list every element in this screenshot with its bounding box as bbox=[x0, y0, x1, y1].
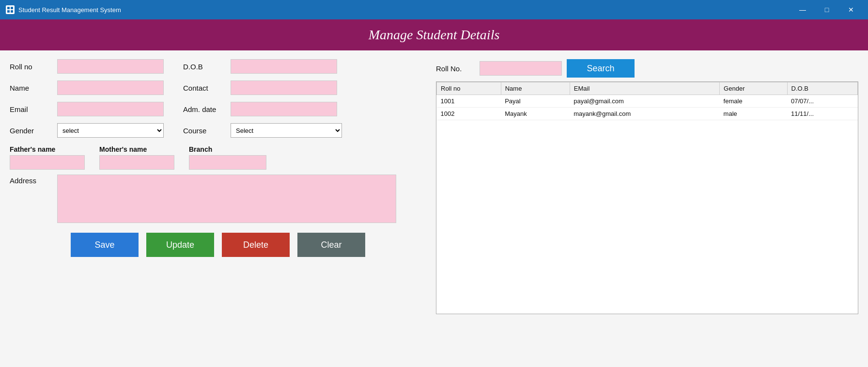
course-label: Course bbox=[183, 127, 227, 135]
title-bar: Student Result Management System — □ ✕ bbox=[0, 0, 868, 19]
svg-rect-0 bbox=[7, 7, 10, 9]
col-email: EMail bbox=[570, 82, 719, 95]
name-row: Name bbox=[10, 80, 164, 95]
svg-rect-2 bbox=[7, 10, 10, 13]
mothers-name-input[interactable] bbox=[99, 155, 174, 170]
email-label: Email bbox=[10, 105, 53, 113]
page-title: Manage Student Details bbox=[369, 27, 500, 42]
title-bar-controls: — □ ✕ bbox=[791, 2, 862, 17]
close-button[interactable]: ✕ bbox=[840, 2, 862, 17]
branch-input[interactable] bbox=[189, 155, 266, 170]
col-name: Name bbox=[501, 82, 570, 95]
clear-button[interactable]: Clear bbox=[297, 233, 365, 257]
student-table: Roll no Name EMail Gender D.O.B 1001Paya… bbox=[436, 82, 858, 120]
email-input[interactable] bbox=[57, 102, 164, 116]
table-row[interactable]: 1002Mayankmayank@gmail.commale11/11/... bbox=[437, 108, 858, 120]
delete-button[interactable]: Delete bbox=[222, 233, 290, 257]
svg-rect-3 bbox=[11, 10, 13, 13]
dob-input[interactable] bbox=[231, 59, 337, 74]
title-bar-left: Student Result Management System bbox=[6, 5, 121, 14]
adm-date-label: Adm. date bbox=[183, 105, 227, 113]
rollno-row: Roll no bbox=[10, 59, 164, 74]
col-rollno: Roll no bbox=[437, 82, 501, 95]
col-gender: Gender bbox=[720, 82, 787, 95]
maximize-button[interactable]: □ bbox=[816, 2, 838, 17]
fathers-name-field: Father's name bbox=[10, 145, 85, 170]
address-label: Address bbox=[10, 175, 53, 185]
button-row: Save Update Delete Clear bbox=[10, 233, 426, 262]
adm-date-input[interactable] bbox=[231, 102, 337, 116]
rollno-input[interactable] bbox=[57, 59, 164, 74]
form-area: Roll no D.O.B Name Contact bbox=[0, 50, 868, 319]
rollno-label: Roll no bbox=[10, 63, 53, 71]
search-input[interactable] bbox=[480, 61, 562, 76]
dob-row: D.O.B bbox=[183, 59, 337, 74]
fathers-name-input[interactable] bbox=[10, 155, 85, 170]
minimize-button[interactable]: — bbox=[791, 2, 814, 17]
adm-date-row: Adm. date bbox=[183, 102, 337, 116]
app-title: Student Result Management System bbox=[18, 6, 121, 14]
svg-rect-1 bbox=[11, 7, 13, 9]
update-button[interactable]: Update bbox=[146, 233, 214, 257]
dob-label: D.O.B bbox=[183, 63, 227, 71]
contact-row: Contact bbox=[183, 80, 337, 95]
search-label: Roll No. bbox=[436, 64, 475, 73]
branch-label: Branch bbox=[189, 145, 266, 153]
table-row[interactable]: 1001Payalpayal@gmail.comfemale07/07/... bbox=[437, 95, 858, 108]
course-select[interactable]: Select B.Tech M.Tech BCA MCA B.Sc M.Sc bbox=[231, 123, 342, 138]
col-dob: D.O.B bbox=[787, 82, 857, 95]
mothers-name-label: Mother's name bbox=[99, 145, 174, 153]
email-row: Email bbox=[10, 102, 164, 116]
search-button[interactable]: Search bbox=[567, 59, 635, 78]
course-row: Course Select B.Tech M.Tech BCA MCA B.Sc… bbox=[183, 123, 342, 138]
address-row: Address bbox=[10, 175, 426, 223]
fathers-name-label: Father's name bbox=[10, 145, 85, 153]
app-icon bbox=[6, 5, 15, 14]
gender-label: Gender bbox=[10, 127, 53, 135]
mothers-name-field: Mother's name bbox=[99, 145, 174, 170]
form-left: Roll no D.O.B Name Contact bbox=[10, 59, 426, 314]
address-input[interactable] bbox=[57, 175, 396, 223]
contact-input[interactable] bbox=[231, 80, 337, 95]
name-input[interactable] bbox=[57, 80, 164, 95]
search-row: Roll No. Search bbox=[436, 59, 858, 78]
main-content: Manage Student Details Roll no D.O.B Nam… bbox=[0, 19, 868, 367]
gender-row: Gender select male female other bbox=[10, 123, 164, 138]
name-label: Name bbox=[10, 84, 53, 92]
table-container: Roll no Name EMail Gender D.O.B 1001Paya… bbox=[436, 81, 858, 314]
branch-field: Branch bbox=[189, 145, 266, 170]
save-button[interactable]: Save bbox=[71, 233, 139, 257]
page-header: Manage Student Details bbox=[0, 19, 868, 50]
contact-label: Contact bbox=[183, 84, 227, 92]
form-right: Roll No. Search Roll no Name EMail Gende… bbox=[426, 59, 858, 314]
gender-select[interactable]: select male female other bbox=[57, 123, 164, 138]
